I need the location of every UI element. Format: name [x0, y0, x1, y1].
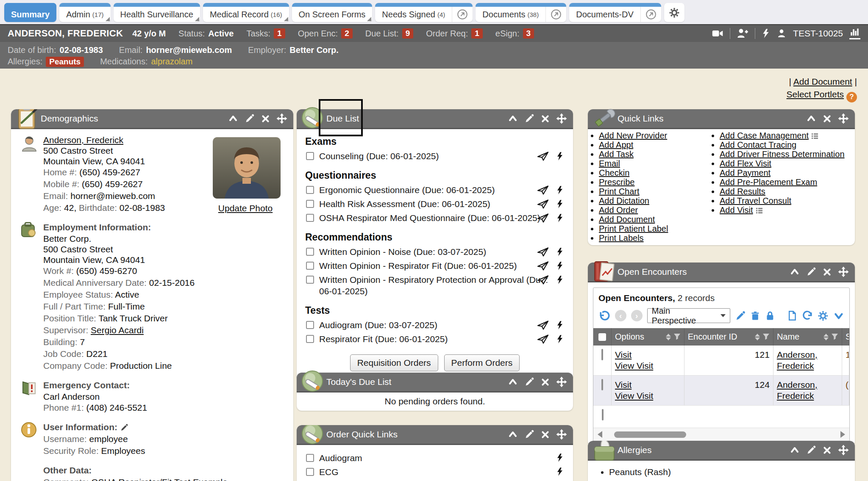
collapse-icon[interactable]	[508, 113, 518, 124]
due-list-portlet-header[interactable]: Due List	[297, 109, 573, 129]
checkbox[interactable]	[306, 321, 314, 329]
move-icon[interactable]	[556, 376, 567, 387]
quick-link-email[interactable]: Email	[599, 159, 620, 168]
open-encounters-header[interactable]: Open Encounters	[588, 263, 855, 282]
refresh-icon[interactable]	[802, 310, 813, 321]
tab-needs-signed[interactable]: Needs Signed(4)	[375, 3, 473, 22]
requisition-order-icon[interactable]	[537, 274, 549, 286]
quick-link-prescribe[interactable]: Prescribe	[599, 177, 634, 187]
requisition-order-icon[interactable]	[537, 150, 549, 162]
quick-link-add-order[interactable]: Add Order	[599, 205, 638, 215]
requisition-order-icon[interactable]	[537, 212, 549, 224]
quick-link-add-results[interactable]: Add Results	[720, 187, 765, 196]
list-icon[interactable]	[811, 133, 818, 140]
requisition-orders-button[interactable]: Requisition Orders	[350, 354, 438, 371]
close-icon[interactable]	[541, 114, 550, 123]
requisition-order-icon[interactable]	[537, 184, 549, 196]
popout-icon[interactable]	[640, 3, 661, 22]
lock-icon[interactable]	[765, 311, 775, 321]
quick-link-print-patient-label[interactable]: Print Patient Label	[599, 224, 668, 233]
perform-order-icon[interactable]	[556, 260, 564, 271]
quick-link-add-appt[interactable]: Add Appt	[599, 140, 633, 149]
requisition-order-icon[interactable]	[537, 319, 549, 331]
filter-icon[interactable]	[831, 333, 838, 340]
perform-order-icon[interactable]	[556, 185, 564, 196]
filter-icon[interactable]	[762, 333, 770, 340]
column-header-name[interactable]: Name	[773, 328, 842, 346]
quick-link-add-new-provider[interactable]: Add New Provider	[599, 131, 667, 140]
filter-icon[interactable]	[673, 333, 681, 340]
move-icon[interactable]	[838, 445, 849, 456]
edit-icon[interactable]	[524, 377, 534, 387]
checkbox[interactable]	[306, 335, 314, 343]
checkbox[interactable]	[306, 152, 314, 160]
medications-value[interactable]: alprazolam	[151, 57, 192, 66]
requisition-order-icon[interactable]	[537, 246, 549, 258]
quick-link-add-dictation[interactable]: Add Dictation	[599, 196, 649, 205]
patient-name-link[interactable]: Anderson,Frederick	[777, 350, 818, 370]
lightning-icon[interactable]	[762, 28, 770, 39]
popout-icon[interactable]	[452, 3, 473, 22]
checkbox[interactable]	[306, 186, 314, 194]
next-page-icon[interactable]: ›	[631, 310, 643, 321]
checkbox[interactable]	[306, 214, 314, 222]
move-icon[interactable]	[556, 113, 567, 124]
tasks-badge[interactable]: 1	[274, 28, 285, 39]
collapse-icon[interactable]	[228, 113, 238, 124]
reload-icon[interactable]	[598, 310, 610, 322]
requisition-order-icon[interactable]	[537, 260, 549, 272]
quick-link-add-travel-consult[interactable]: Add Travel Consult	[720, 196, 791, 205]
perform-order-icon[interactable]	[556, 151, 564, 162]
quick-link-print-chart[interactable]: Print Chart	[599, 187, 640, 196]
collapse-icon[interactable]	[790, 267, 800, 277]
edit-perspective-icon[interactable]	[735, 310, 746, 321]
patient-name-link[interactable]: Anderson,Frederick	[777, 380, 818, 401]
tab-documents-dv[interactable]: Documents-DV	[569, 3, 661, 22]
quick-link-checkin[interactable]: Checkin	[599, 168, 629, 177]
prev-page-icon[interactable]: ‹	[615, 310, 626, 321]
add-user-icon[interactable]	[737, 28, 748, 39]
perspective-select[interactable]: Main Perspective	[647, 308, 730, 323]
move-icon[interactable]	[838, 266, 849, 277]
checkbox[interactable]	[306, 200, 314, 208]
demographics-portlet-header[interactable]: Demographics	[11, 109, 293, 129]
tab-documents[interactable]: Documents(38)	[476, 3, 566, 22]
order-req-badge[interactable]: 1	[471, 28, 483, 39]
tab-admin[interactable]: Admin(17)	[59, 3, 110, 22]
chevron-down-icon[interactable]	[833, 310, 844, 321]
quick-link-add-pre-placement-exam[interactable]: Add Pre-Placement Exam	[720, 177, 817, 187]
requisition-order-icon[interactable]	[537, 333, 549, 345]
list-icon[interactable]	[756, 207, 763, 214]
quick-link-add-driver-fitness-determination[interactable]: Add Driver Fitness Determination	[720, 149, 845, 159]
perform-order-icon[interactable]	[556, 274, 564, 285]
todays-due-list-header[interactable]: Today's Due List	[297, 373, 573, 393]
scroll-thumb[interactable]	[614, 431, 686, 438]
user-icon[interactable]	[776, 28, 787, 39]
checkbox[interactable]	[306, 468, 314, 476]
quick-link-add-case-management[interactable]: Add Case Management	[720, 131, 809, 140]
row-checkbox[interactable]	[601, 349, 603, 360]
settings-gear-button[interactable]	[664, 3, 684, 22]
checkbox[interactable]	[306, 276, 314, 284]
sort-icon[interactable]	[823, 334, 829, 340]
edit-icon[interactable]	[806, 267, 816, 277]
collapse-icon[interactable]	[806, 113, 816, 124]
quick-link-add-payment[interactable]: Add Payment	[720, 168, 771, 177]
view-visit-link[interactable]: View Visit	[615, 391, 653, 401]
edit-icon[interactable]	[806, 445, 816, 455]
move-icon[interactable]	[276, 113, 287, 124]
popout-icon[interactable]	[545, 3, 566, 22]
requisition-order-icon[interactable]	[537, 198, 549, 210]
close-icon[interactable]	[823, 114, 832, 123]
grid-settings-gear-icon[interactable]	[818, 310, 829, 321]
sort-icon[interactable]	[666, 334, 671, 340]
checkbox[interactable]	[306, 454, 314, 462]
perform-order-icon[interactable]	[556, 466, 564, 477]
close-icon[interactable]	[261, 114, 270, 123]
row-checkbox[interactable]	[601, 379, 603, 390]
supervisor-link[interactable]: Sergio Acardi	[91, 325, 144, 335]
move-icon[interactable]	[838, 113, 849, 124]
tab-health-surveillance[interactable]: Health Surveillance	[114, 3, 200, 22]
column-header-encounter-id[interactable]: Encounter ID	[684, 328, 773, 346]
scroll-right-arrow[interactable]	[840, 431, 845, 438]
